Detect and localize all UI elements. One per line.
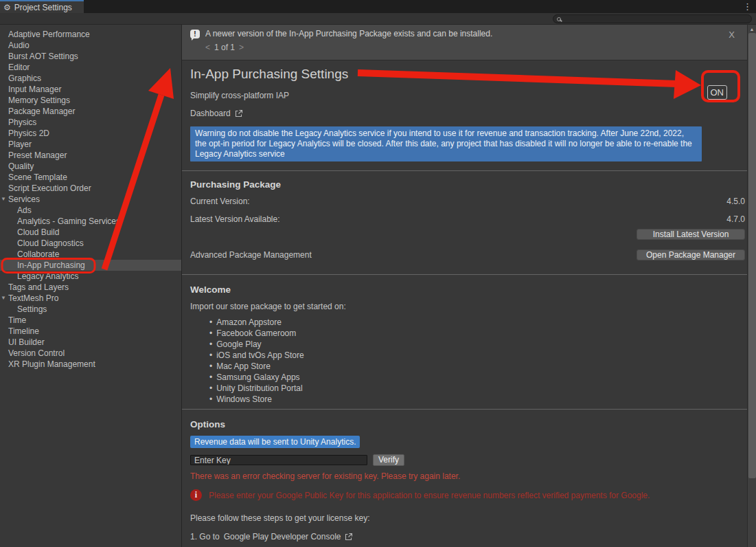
gear-icon: ⚙ [3,3,11,12]
sidebar-item[interactable]: ▼ UI Builder [0,337,181,348]
page-title: In-App Purchasing Settings [190,67,745,82]
title-bar: ⚙ Project Settings ⋮ [0,0,756,13]
kebab-menu-icon[interactable]: ⋮ [743,1,752,12]
search-box[interactable] [553,14,752,23]
sidebar-item-label: Preset Manager [8,150,67,160]
sidebar-item[interactable]: ▼ Scene Template [0,172,181,183]
sidebar-item[interactable]: ▼ Services [0,194,181,205]
alert-bubble-icon: ! [190,30,200,38]
google-play-console-link[interactable]: Google Play Developer Console [224,532,341,542]
external-link-icon[interactable] [235,109,243,118]
sidebar-item[interactable]: ▼ Tags and Layers [0,282,181,293]
section-divider [182,274,747,275]
scrollbar-thumb[interactable] [748,33,756,478]
sidebar-item[interactable]: ▼ Analytics - Gaming Services [0,216,181,227]
sidebar-item-label: Burst AOT Settings [8,52,78,61]
toolbar [0,13,756,25]
sidebar-item[interactable]: ▼ Input Manager [0,84,181,95]
pager-prev-icon[interactable]: < [205,43,210,52]
sidebar-item-label: Physics 2D [8,129,49,138]
sidebar-item[interactable]: ▼ Player [0,139,181,150]
sidebar-item-label: In-App Purchasing [17,260,85,270]
bullet-icon: • [209,372,212,383]
store-name: Facebook Gameroom [216,328,296,339]
sidebar-item[interactable]: ▼ Preset Manager [0,150,181,161]
sidebar-item[interactable]: ▼ Physics [0,117,181,128]
sidebar-item[interactable]: ▼ Cloud Diagnostics [0,238,181,249]
package-update-notification: ! A newer version of the In-App Purchasi… [182,25,747,60]
install-latest-version-button[interactable]: Install Latest Version [637,229,745,240]
sidebar-item-label: Input Manager [8,85,61,94]
external-link-icon[interactable] [345,533,353,541]
current-version-label: Current Version: [190,197,250,206]
sidebar-item[interactable]: ▼ Time [0,315,181,326]
dashboard-link[interactable]: Dashboard [190,109,231,118]
sidebar-item[interactable]: ▼ Version Control [0,348,181,359]
section-heading: Options [190,419,745,429]
sidebar-item[interactable]: ▼ Timeline [0,326,181,337]
sidebar-item[interactable]: ▼ Settings [0,304,181,315]
foldout-icon[interactable]: ▼ [1,293,6,304]
sidebar-item-label: Services [8,194,40,204]
sidebar-item-label: Ads [17,205,32,215]
bullet-icon: • [209,317,212,328]
settings-panel: ! A newer version of the In-App Purchasi… [182,25,747,547]
sidebar-item[interactable]: ▼ TextMesh Pro [0,293,181,304]
sidebar-item-label: Cloud Diagnostics [17,238,84,248]
step1-prefix: 1. Go to [190,532,220,542]
store-name: Google Play [216,339,261,350]
sidebar-item[interactable]: ▼ Legacy Analytics [0,271,181,282]
sidebar-item[interactable]: ▼ Burst AOT Settings [0,51,181,62]
sidebar-item[interactable]: ▼ Graphics [0,73,181,84]
service-subtitle: Simplify cross-platform IAP [190,91,745,100]
sidebar-item-label: Scene Template [8,172,67,182]
sidebar-item-label: Adaptive Performance [8,30,90,39]
bullet-icon: • [209,361,212,372]
welcome-section: Welcome Import our store package to get … [190,284,745,405]
steps-intro: Please follow these steps to get your li… [190,513,745,523]
store-list: • Amazon Appstore • Facebook Gameroom • … [190,317,745,405]
sidebar-item[interactable]: ▼ Ads [0,205,181,216]
tab-project-settings[interactable]: ⚙ Project Settings [0,0,84,13]
open-package-manager-button[interactable]: Open Package Manager [637,249,745,260]
sidebar-item[interactable]: ▼ Quality [0,161,181,172]
foldout-icon[interactable]: ▼ [1,194,6,205]
pager-label: 1 of 1 [214,43,235,52]
pager-next-icon[interactable]: > [239,43,244,52]
search-icon [557,17,561,21]
store-name: Mac App Store [216,361,271,372]
welcome-intro: Import our store package to get started … [190,302,745,311]
sidebar-item[interactable]: ▼ Collaborate [0,249,181,260]
sidebar-item[interactable]: ▼ Package Manager [0,106,181,117]
sidebar-item[interactable]: ▼ Script Execution Order [0,183,181,194]
store-name: Windows Store [216,394,272,405]
service-toggle-button[interactable]: ON [707,85,728,100]
sidebar-item[interactable]: ▼ Audio [0,40,181,51]
sidebar-item-label: Settings [17,304,47,314]
settings-category-list: ▼ Adaptive Performance ▼ Audio ▼ Burst A… [0,25,182,547]
sidebar-item[interactable]: ▼ Cloud Build [0,227,181,238]
sidebar-item-label: Analytics - Gaming Services [17,216,120,226]
store-list-item: • Windows Store [190,394,745,405]
sidebar-item[interactable]: ▼ Editor [0,62,181,73]
sidebar-item-label: TextMesh Pro [8,293,58,303]
sidebar-item[interactable]: ▼ Physics 2D [0,128,181,139]
sidebar-item-label: Memory Settings [8,96,70,105]
close-icon[interactable]: X [729,30,735,40]
sidebar-item[interactable]: ▼ Memory Settings [0,95,181,106]
bullet-icon: • [209,350,212,361]
section-divider [182,170,747,171]
scroll-up-icon[interactable]: ▲ [748,25,756,33]
verify-button[interactable]: Verify [373,454,404,466]
sidebar-item-label: Cloud Build [17,227,59,237]
license-key-input[interactable] [190,455,367,465]
vertical-scrollbar[interactable]: ▲ [747,25,756,547]
current-version-value: 4.5.0 [726,197,745,206]
bullet-icon: • [209,339,212,350]
sidebar-item-label: UI Builder [8,337,45,347]
search-input[interactable] [564,15,735,23]
sidebar-item[interactable]: ▼ Adaptive Performance [0,29,181,40]
sidebar-item[interactable]: ▼ XR Plugin Management [0,359,181,370]
store-name: Samsung Galaxy Apps [216,372,299,383]
sidebar-item[interactable]: ▼ In-App Purchasing [0,260,181,271]
